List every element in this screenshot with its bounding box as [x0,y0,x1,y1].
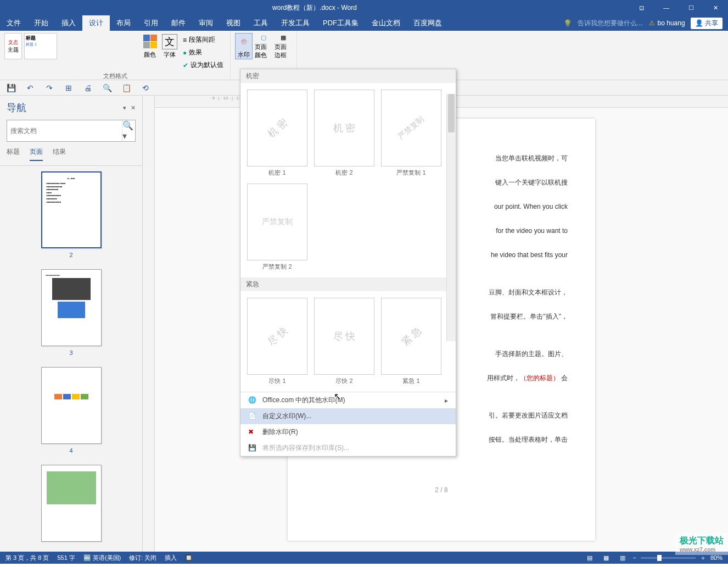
status-insert[interactable]: 插入 [165,554,177,562]
share-button[interactable]: 👤 共享 [691,18,723,29]
page-thumbnails: ■—■■■■■■■■■■■■■ ■■■■■■■■■■■■■■■■■■■■■■■■… [0,166,142,552]
close-icon[interactable]: ✕ [703,0,728,15]
tab-baidu[interactable]: 百度网盘 [407,15,449,31]
thumb-number: 2 [41,252,102,258]
print-icon[interactable]: 🖨 [82,82,93,93]
watermark-dropdown: 机密 机 密 机密 1 机 密 机密 2 严禁复制 严禁复制 1 严禁复制 严禁… [240,69,456,457]
tab-kingsoft[interactable]: 金山文档 [365,15,407,31]
page-color-icon: ▢ [256,33,271,42]
wm-scrollbar[interactable] [446,94,456,341]
set-default-button[interactable]: ✔设为默认值 [181,59,226,71]
tab-references[interactable]: 引用 [137,15,165,31]
tab-design[interactable]: 设计 [82,15,110,31]
page-thumb[interactable]: ■■■■■■■■■■■■■■ 3 [41,269,102,356]
save-icon[interactable]: 💾 [5,82,16,93]
nav-tab-pages[interactable]: 页面 [30,147,43,161]
zoom-slider[interactable] [641,557,696,559]
status-revise[interactable]: 修订: 关闭 [129,554,156,562]
redo-icon[interactable]: ↷ [44,82,55,93]
effects-icon: ● [183,49,187,57]
remove-icon: ✖ [248,428,257,437]
ribbon-group-label: 文档格式 [4,71,226,80]
refresh-icon[interactable]: ⟲ [140,82,151,93]
watermark-option[interactable]: 严禁复制 严禁复制 2 [247,184,307,271]
nav-close-icon[interactable]: ✕ [131,104,136,112]
status-lang[interactable]: 🔤 英语(美国) [83,554,121,562]
lightbulb-icon: 💡 [563,19,572,27]
watermark-option[interactable]: 紧 急 紧急 1 [381,298,441,385]
find-icon[interactable]: 🔍 [102,82,113,93]
wm-category: 机密 [240,69,456,83]
colors-button[interactable]: 颜色 [141,33,159,59]
para-spacing-button[interactable]: ≡段落间距 [181,34,226,46]
wm-save-to-gallery: 💾 将所选内容保存到水印库(S)... [240,440,456,456]
title-bar: word教程（新）.docx - Word ⊡ — ☐ ✕ [0,0,728,15]
theme-preview[interactable]: 标题 标题 1 [24,33,57,59]
vertical-ruler[interactable] [143,96,155,552]
watermark-icon: ㊞ [236,34,251,49]
wm-office-online[interactable]: 🌐 Office.com 中的其他水印(M) ▸ [240,392,456,408]
watermark-button[interactable]: ㊞ 水印 [235,33,253,59]
warning-icon: ⚠ [649,19,655,27]
zoom-level[interactable]: 80% [710,554,723,561]
effects-button[interactable]: ●效果 [181,47,226,58]
page-border-icon: ▦ [276,33,291,42]
watermark-option[interactable]: 机 密 机密 2 [314,90,374,177]
search-icon[interactable]: 🔍▾ [122,120,135,141]
ribbon-options-icon[interactable]: ⊡ [629,0,654,15]
app-title: word教程（新）.docx - Word [0,3,629,13]
table-icon[interactable]: ⊞ [63,82,74,93]
view-print-icon[interactable]: ▦ [600,553,612,562]
menu-bar: 文件 开始 插入 设计 布局 引用 邮件 审阅 视图 工具 开发工具 PDF工具… [0,15,728,31]
page-thumb[interactable]: ■—■■■■■■■■■■■■■ ■■■■■■■■■■■■■■■■■■■■■■■■… [41,171,102,258]
tab-home[interactable]: 开始 [27,15,55,31]
wm-category: 紧急 [240,277,456,291]
page-thumb[interactable]: 4 [41,367,102,454]
user-account[interactable]: ⚠ bo huang [649,19,685,27]
tab-mailings[interactable]: 邮件 [165,15,192,31]
office-icon: 🌐 [248,396,257,405]
nav-tabs: 标题 页面 结果 [0,147,142,166]
tab-insert[interactable]: 插入 [55,15,82,31]
font-a-icon: 文 [162,34,177,49]
undo-icon[interactable]: ↶ [25,82,36,93]
page-thumb[interactable] [41,465,102,542]
status-words[interactable]: 551 字 [57,554,75,562]
thumb-number: 4 [41,447,102,454]
zoom-out-icon[interactable]: − [633,554,636,561]
maximize-icon[interactable]: ☐ [679,0,703,15]
wm-remove[interactable]: ✖ 删除水印(R) [240,424,456,440]
view-read-icon[interactable]: ▤ [584,553,596,562]
nav-search: 🔍▾ [7,120,136,142]
tab-review[interactable]: 审阅 [192,15,220,31]
watermark-option[interactable]: 严禁复制 严禁复制 1 [381,90,441,177]
search-input[interactable] [7,120,122,141]
save-gallery-icon: 💾 [248,444,257,453]
tab-layout[interactable]: 布局 [110,15,137,31]
clipboard-icon[interactable]: 📋 [121,82,132,93]
watermark-option[interactable]: 机 密 机密 1 [247,90,307,177]
site-watermark: 极光下载站 www.xz7.com [675,533,728,555]
check-icon: ✔ [183,62,188,69]
tab-view[interactable]: 视图 [220,15,247,31]
view-web-icon[interactable]: ▥ [617,553,629,562]
nav-tab-results[interactable]: 结果 [53,147,66,161]
tell-me-input[interactable]: 告诉我您想要做什么… [578,19,643,28]
nav-dropdown-icon[interactable]: ▾ [123,104,126,112]
watermark-option[interactable]: 尽 快 尽快 1 [247,298,307,385]
page-number: 2 / 8 [315,483,568,497]
tab-file[interactable]: 文件 [0,15,27,31]
page-color-button[interactable]: ▢ 页面颜色 [255,33,272,59]
tab-pdf[interactable]: PDF工具集 [316,15,365,31]
watermark-option[interactable]: 尽 快 尽快 2 [314,298,374,385]
tab-devtools[interactable]: 开发工具 [275,15,316,31]
nav-title: 导航 [7,101,26,114]
wm-custom[interactable]: 📄 自定义水印(W)... [240,408,456,424]
page-border-button[interactable]: ▦ 页面边框 [275,33,292,59]
tab-tools[interactable]: 工具 [247,15,275,31]
nav-tab-headings[interactable]: 标题 [7,147,20,161]
minimize-icon[interactable]: — [654,0,679,15]
themes-button[interactable]: 文态 主题 [4,33,22,59]
status-page[interactable]: 第 3 页，共 8 页 [5,554,49,562]
fonts-button[interactable]: 文 字体 [161,33,178,59]
